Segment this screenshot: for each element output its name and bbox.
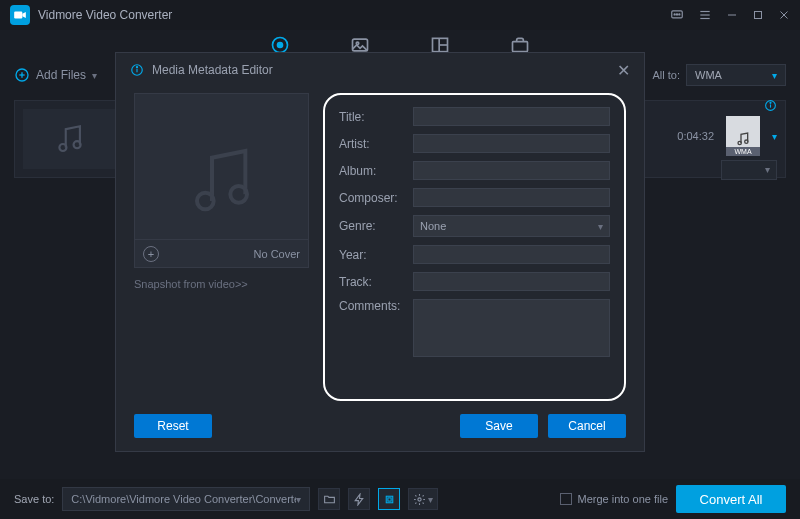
svg-point-13 (278, 43, 283, 48)
save-button[interactable]: Save (460, 414, 538, 438)
bottombar: Save to: C:\Vidmore\Vidmore Video Conver… (0, 479, 800, 519)
info-icon (130, 63, 144, 77)
svg-rect-9 (755, 12, 762, 19)
chevron-down-icon[interactable] (772, 130, 777, 142)
convert-all-to-label: All to: (652, 69, 680, 81)
svg-point-40 (230, 186, 247, 203)
genre-value: None (420, 220, 446, 232)
plus-circle-icon (14, 67, 30, 83)
album-label: Album: (339, 164, 405, 178)
lightning-icon (353, 493, 366, 506)
close-icon[interactable] (778, 9, 790, 21)
metadata-editor-modal: Media Metadata Editor ✕ + No Cover Snaps… (115, 52, 645, 452)
music-note-icon (182, 141, 262, 221)
file-option-dropdown[interactable] (721, 160, 777, 180)
chevron-down-icon (772, 69, 777, 81)
svg-point-4 (679, 14, 680, 15)
titlebar: Vidmore Video Converter (0, 0, 800, 30)
composer-label: Composer: (339, 191, 405, 205)
svg-rect-33 (386, 496, 393, 503)
svg-point-35 (418, 497, 421, 500)
artist-input[interactable] (413, 134, 610, 153)
file-thumbnail (23, 109, 117, 169)
svg-point-32 (745, 140, 748, 143)
title-input[interactable] (413, 107, 610, 126)
chevron-down-icon (765, 164, 770, 175)
svg-point-3 (676, 14, 677, 15)
cancel-button[interactable]: Cancel (548, 414, 626, 438)
snapshot-link[interactable]: Snapshot from video>> (134, 278, 309, 290)
checkbox-icon (560, 493, 572, 505)
reset-button[interactable]: Reset (134, 414, 212, 438)
merge-checkbox[interactable]: Merge into one file (560, 493, 669, 505)
settings-button[interactable] (408, 488, 438, 510)
svg-point-2 (674, 14, 675, 15)
track-input[interactable] (413, 272, 610, 291)
gpu-button[interactable] (378, 488, 400, 510)
title-label: Title: (339, 110, 405, 124)
format-tile-label: WMA (726, 147, 760, 156)
folder-icon (323, 493, 336, 506)
svg-point-38 (136, 67, 137, 68)
lightning-button[interactable] (348, 488, 370, 510)
add-cover-button[interactable]: + (143, 246, 159, 262)
add-files-button[interactable]: Add Files (14, 67, 97, 83)
app-title: Vidmore Video Converter (38, 8, 662, 22)
genre-label: Genre: (339, 219, 405, 233)
cover-preview: + No Cover (134, 93, 309, 268)
gear-icon (413, 493, 426, 506)
music-note-icon (53, 122, 87, 156)
format-tile[interactable]: WMA (726, 116, 760, 156)
svg-point-31 (738, 141, 741, 144)
music-note-icon (735, 131, 751, 147)
info-icon[interactable] (764, 99, 777, 112)
chip-icon (383, 493, 396, 506)
chevron-down-icon (598, 220, 603, 232)
file-duration: 0:04:32 (677, 130, 714, 142)
composer-input[interactable] (413, 188, 610, 207)
target-format-dropdown[interactable]: WMA (686, 64, 786, 86)
save-to-label: Save to: (14, 493, 54, 505)
year-label: Year: (339, 248, 405, 262)
merge-label: Merge into one file (578, 493, 669, 505)
minimize-icon[interactable] (726, 9, 738, 21)
chevron-down-icon (296, 493, 301, 505)
metadata-form: Title: Artist: Album: Composer: Genre: N… (323, 93, 626, 401)
svg-point-26 (59, 144, 66, 151)
modal-title: Media Metadata Editor (152, 63, 273, 77)
menu-icon[interactable] (698, 8, 712, 22)
comments-label: Comments: (339, 299, 405, 313)
open-folder-button[interactable] (318, 488, 340, 510)
svg-rect-0 (14, 12, 22, 19)
svg-rect-19 (513, 42, 528, 52)
target-format-value: WMA (695, 69, 722, 81)
svg-rect-34 (388, 497, 391, 500)
maximize-icon[interactable] (752, 9, 764, 21)
artist-label: Artist: (339, 137, 405, 151)
no-cover-label: No Cover (254, 248, 300, 260)
chevron-down-icon (92, 68, 97, 82)
genre-dropdown[interactable]: None (413, 215, 610, 237)
album-input[interactable] (413, 161, 610, 180)
add-files-label: Add Files (36, 68, 86, 82)
feedback-icon[interactable] (670, 8, 684, 22)
chevron-down-icon (428, 493, 433, 505)
app-logo (10, 5, 30, 25)
svg-point-27 (74, 141, 81, 148)
modal-header: Media Metadata Editor ✕ (116, 53, 644, 87)
svg-point-30 (770, 102, 771, 103)
save-path-dropdown[interactable]: C:\Vidmore\Vidmore Video Converter\Conve… (62, 487, 310, 511)
comments-input[interactable] (413, 299, 610, 357)
convert-all-button[interactable]: Convert All (676, 485, 786, 513)
year-input[interactable] (413, 245, 610, 264)
save-path-value: C:\Vidmore\Vidmore Video Converter\Conve… (71, 493, 296, 505)
close-icon[interactable]: ✕ (617, 61, 630, 80)
track-label: Track: (339, 275, 405, 289)
